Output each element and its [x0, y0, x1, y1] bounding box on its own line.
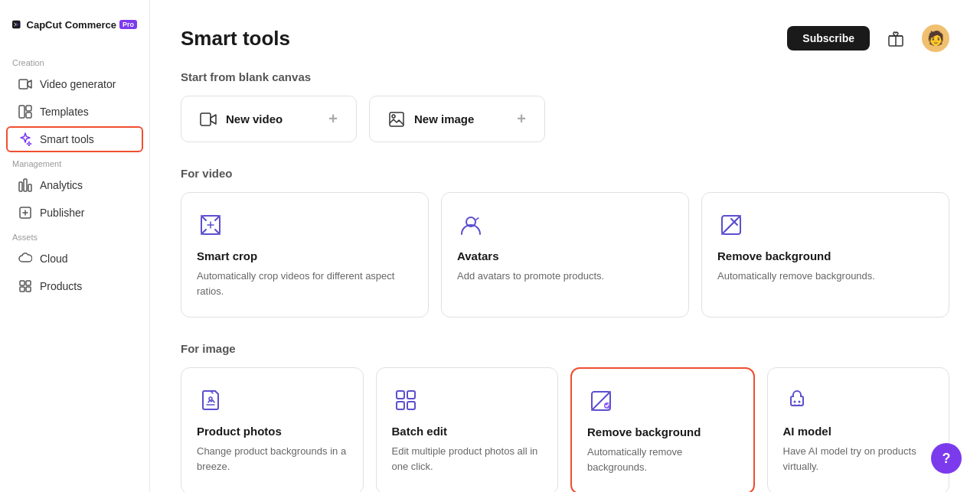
svg-rect-23	[407, 402, 415, 409]
capcut-logo-icon	[12, 12, 21, 37]
svg-rect-12	[26, 287, 31, 292]
image-tools-grid: Product photos Change product background…	[181, 367, 949, 492]
svg-rect-10	[26, 281, 31, 285]
sidebar-item-cloud[interactable]: Cloud	[6, 246, 143, 272]
svg-point-26	[793, 401, 795, 403]
svg-rect-21	[407, 391, 415, 399]
sidebar-item-products[interactable]: Products	[6, 273, 143, 299]
section-label-creation: Creation	[0, 52, 149, 70]
smart-tools-icon	[18, 132, 32, 146]
smart-crop-icon	[197, 211, 224, 239]
remove-bg-video-card[interactable]: Remove background Automatically remove b…	[701, 192, 949, 318]
product-photos-title: Product photos	[197, 425, 348, 438]
new-image-card[interactable]: New image +	[369, 96, 545, 142]
analytics-icon	[18, 178, 32, 192]
video-tools-grid: Smart crop Automatically crop videos for…	[181, 192, 949, 318]
video-section-title: For video	[181, 167, 949, 180]
main-content: Smart tools Subscribe 🧑 Start from blank…	[150, 0, 980, 492]
ai-model-card[interactable]: AI model Have AI model try on products v…	[767, 367, 950, 492]
new-video-label: New video	[226, 112, 283, 125]
avatars-desc: Add avatars to promote products.	[457, 269, 673, 284]
svg-rect-14	[201, 113, 211, 125]
avatars-title: Avatars	[457, 249, 673, 262]
gift-icon	[887, 29, 905, 47]
svg-rect-7	[28, 184, 31, 191]
logo: CapCut Commerce Pro	[0, 12, 149, 52]
ai-model-title: AI model	[783, 425, 934, 438]
batch-edit-icon	[392, 386, 420, 414]
smart-crop-title: Smart crop	[197, 249, 413, 262]
svg-rect-20	[397, 391, 404, 399]
templates-icon	[18, 105, 32, 119]
avatars-icon	[457, 211, 485, 239]
video-generator-icon	[18, 77, 32, 91]
main-header: Smart tools Subscribe 🧑	[181, 24, 949, 52]
sidebar-item-label: Video generator	[40, 78, 116, 90]
svg-rect-5	[19, 182, 22, 191]
subscribe-button[interactable]: Subscribe	[787, 26, 870, 51]
sidebar-item-label: Templates	[40, 106, 89, 118]
new-video-icon	[200, 111, 217, 128]
sidebar-item-publisher[interactable]: Publisher	[6, 200, 143, 226]
sidebar-item-label: Products	[40, 280, 82, 292]
section-label-management: Management	[0, 153, 149, 171]
remove-bg-image-title: Remove background	[587, 425, 738, 438]
sidebar-item-label: Analytics	[40, 179, 83, 191]
remove-bg-image-desc: Automatically remove backgrounds.	[587, 445, 738, 474]
svg-rect-3	[26, 106, 31, 111]
new-image-plus-icon: +	[517, 110, 526, 128]
help-button[interactable]: ?	[931, 443, 962, 474]
ai-model-icon	[783, 386, 811, 414]
product-photos-card[interactable]: Product photos Change product background…	[181, 367, 364, 492]
remove-bg-video-title: Remove background	[717, 249, 933, 262]
gift-button[interactable]	[882, 24, 910, 52]
canvas-row: New video + New image +	[181, 96, 949, 142]
batch-edit-card[interactable]: Batch edit Edit multiple product photos …	[376, 367, 559, 492]
header-actions: Subscribe 🧑	[787, 24, 949, 52]
sidebar-item-templates[interactable]: Templates	[6, 99, 143, 125]
svg-rect-15	[390, 112, 403, 126]
remove-bg-video-desc: Automatically remove backgrounds.	[717, 269, 933, 284]
remove-bg-image-card[interactable]: Remove background Automatically remove b…	[570, 367, 755, 492]
sidebar-item-smart-tools[interactable]: Smart tools	[6, 126, 143, 152]
svg-point-27	[798, 401, 800, 403]
remove-bg-video-icon	[717, 211, 745, 239]
svg-rect-22	[397, 402, 404, 409]
smart-crop-desc: Automatically crop videos for different …	[197, 269, 413, 298]
svg-rect-1	[19, 80, 28, 89]
remove-bg-image-icon	[587, 387, 615, 415]
section-label-assets: Assets	[0, 226, 149, 245]
new-image-label: New image	[414, 112, 474, 125]
new-video-card[interactable]: New video +	[181, 96, 357, 142]
products-icon	[18, 279, 32, 293]
cloud-icon	[18, 252, 32, 266]
sidebar-item-label: Cloud	[40, 253, 68, 265]
canvas-section-title: Start from blank canvas	[181, 70, 949, 83]
svg-rect-4	[26, 112, 31, 118]
page-title: Smart tools	[181, 27, 290, 51]
avatar[interactable]: 🧑	[922, 24, 949, 52]
logo-text: CapCut	[27, 19, 62, 31]
product-photos-icon	[197, 386, 224, 414]
image-section-title: For image	[181, 342, 949, 355]
sidebar-item-label: Smart tools	[40, 133, 94, 145]
product-photos-desc: Change product backgrounds in a breeze.	[197, 444, 348, 474]
new-video-plus-icon: +	[328, 110, 338, 128]
publisher-icon	[18, 206, 32, 220]
sidebar-item-video-generator[interactable]: Video generator	[6, 71, 143, 97]
sidebar-item-label: Publisher	[40, 207, 84, 219]
batch-edit-desc: Edit multiple product photos all in one …	[392, 444, 543, 474]
logo-badge: Pro	[119, 20, 137, 29]
svg-rect-6	[24, 179, 27, 191]
ai-model-desc: Have AI model try on products virtually.	[783, 444, 934, 474]
smart-crop-card[interactable]: Smart crop Automatically crop videos for…	[181, 192, 429, 318]
sidebar: CapCut Commerce Pro Creation Video gener…	[0, 0, 150, 492]
sidebar-item-analytics[interactable]: Analytics	[6, 172, 143, 198]
new-image-icon	[388, 111, 405, 128]
svg-rect-2	[19, 106, 24, 118]
svg-rect-11	[20, 287, 24, 292]
svg-rect-9	[20, 281, 24, 285]
batch-edit-title: Batch edit	[392, 425, 543, 438]
avatars-card[interactable]: Avatars Add avatars to promote products.	[441, 192, 689, 318]
svg-point-16	[392, 115, 395, 118]
